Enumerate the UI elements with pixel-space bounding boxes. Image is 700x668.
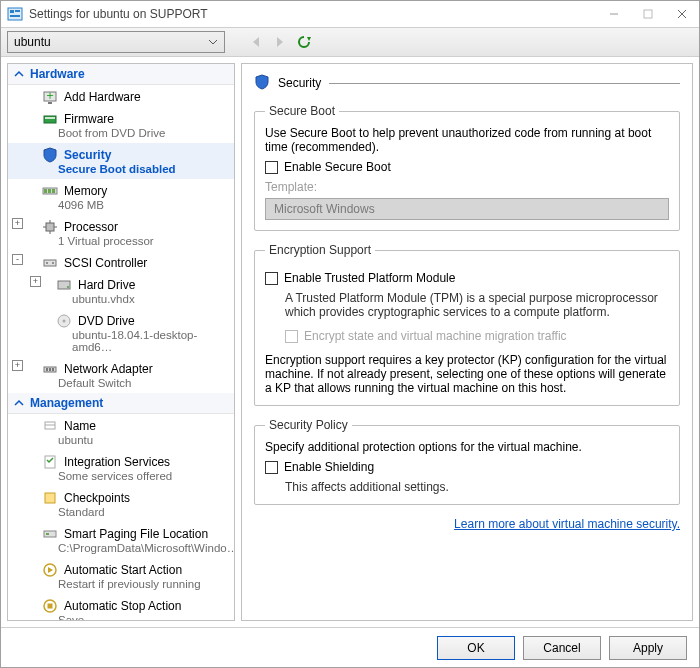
group-legend: Encryption Support — [265, 243, 375, 257]
close-button[interactable] — [665, 1, 699, 27]
tree-add-hardware[interactable]: ＋ Add Hardware — [8, 85, 234, 107]
tree-item-label: Security — [64, 148, 111, 162]
tree-name[interactable]: Name ubuntu — [8, 414, 234, 450]
app-icon — [7, 6, 23, 22]
svg-rect-19 — [52, 189, 55, 193]
tree-item-label: Hard Drive — [78, 278, 135, 292]
tree-network-adapter[interactable]: + Network Adapter Default Switch — [8, 357, 234, 393]
section-hardware[interactable]: Hardware — [8, 64, 234, 85]
shield-icon — [42, 147, 58, 163]
tree-dvd-drive[interactable]: DVD Drive ubuntu-18.04.1-desktop-amd6… — [8, 309, 234, 357]
tree-scsi-controller[interactable]: - SCSI Controller — [8, 251, 234, 273]
tpm-desc: A Trusted Platform Module (TPM) is a spe… — [285, 291, 669, 319]
section-label: Hardware — [30, 67, 85, 81]
memory-icon — [42, 183, 58, 199]
tree-processor[interactable]: + Processor 1 Virtual processor — [8, 215, 234, 251]
settings-tree: Hardware ＋ Add Hardware Firmware Boot fr… — [7, 63, 235, 621]
checkbox-label: Encrypt state and virtual machine migrat… — [304, 329, 567, 343]
minimize-button[interactable] — [597, 1, 631, 27]
apply-button[interactable]: Apply — [609, 636, 687, 660]
tree-integration-services[interactable]: Integration Services Some services offer… — [8, 450, 234, 486]
checkbox-label: Enable Shielding — [284, 460, 374, 474]
tree-item-sub: ubuntu.vhdx — [42, 293, 230, 307]
tree-auto-stop[interactable]: Automatic Stop Action Save — [8, 594, 234, 621]
expand-icon[interactable]: + — [12, 360, 23, 371]
expand-icon[interactable]: + — [30, 276, 41, 287]
network-icon — [42, 361, 58, 377]
template-label: Template: — [265, 180, 669, 194]
svg-text:＋: ＋ — [44, 89, 56, 102]
tree-auto-start[interactable]: Automatic Start Action Restart if previo… — [8, 558, 234, 594]
tree-memory[interactable]: Memory 4096 MB — [8, 179, 234, 215]
section-management[interactable]: Management — [8, 393, 234, 414]
cancel-button[interactable]: Cancel — [523, 636, 601, 660]
tree-item-label: Checkpoints — [64, 491, 130, 505]
expand-icon[interactable]: + — [12, 218, 23, 229]
svg-rect-15 — [45, 117, 55, 119]
tree-security[interactable]: Security Secure Boot disabled — [8, 143, 234, 179]
tree-item-sub: ubuntu — [28, 434, 230, 448]
svg-rect-39 — [45, 493, 55, 503]
content-panel: Security Secure Boot Use Secure Boot to … — [241, 63, 693, 621]
hard-drive-icon — [56, 277, 72, 293]
tree-item-label: Smart Paging File Location — [64, 527, 208, 541]
svg-rect-17 — [44, 189, 47, 193]
toolbar: ubuntu — [1, 27, 699, 57]
nav-forward-button[interactable] — [271, 33, 289, 51]
ok-button[interactable]: OK — [437, 636, 515, 660]
button-label: OK — [467, 641, 484, 655]
tree-item-label: Integration Services — [64, 455, 170, 469]
maximize-button[interactable] — [631, 1, 665, 27]
svg-point-29 — [67, 286, 69, 288]
svg-rect-34 — [49, 368, 51, 371]
group-legend: Security Policy — [265, 418, 352, 432]
tree-item-label: Memory — [64, 184, 107, 198]
policy-desc: Specify additional protection options fo… — [265, 440, 669, 454]
tree-item-label: Firmware — [64, 112, 114, 126]
firmware-icon — [42, 111, 58, 127]
collapse-icon[interactable]: - — [12, 254, 23, 265]
svg-rect-18 — [48, 189, 51, 193]
tree-item-sub: 1 Virtual processor — [28, 235, 230, 249]
enable-shielding-checkbox[interactable] — [265, 461, 278, 474]
tree-item-sub: Save — [28, 614, 230, 621]
content-heading: Security — [254, 74, 680, 92]
refresh-button[interactable] — [295, 33, 313, 51]
tree-item-sub: Boot from DVD Drive — [28, 127, 230, 141]
svg-point-31 — [63, 320, 66, 323]
svg-rect-3 — [10, 15, 20, 17]
content-heading-text: Security — [278, 76, 321, 90]
svg-rect-41 — [46, 533, 49, 535]
tree-firmware[interactable]: Firmware Boot from DVD Drive — [8, 107, 234, 143]
svg-marker-9 — [277, 37, 283, 47]
tree-smart-paging[interactable]: Smart Paging File Location C:\ProgramDat… — [8, 522, 234, 558]
divider — [329, 83, 680, 84]
tree-item-label: Network Adapter — [64, 362, 153, 376]
checkbox-label: Enable Trusted Platform Module — [284, 271, 455, 285]
svg-marker-8 — [253, 37, 259, 47]
tree-item-label: Add Hardware — [64, 90, 141, 104]
svg-rect-35 — [52, 368, 54, 371]
nav-back-button[interactable] — [247, 33, 265, 51]
tree-item-label: Name — [64, 419, 96, 433]
tree-checkpoints[interactable]: Checkpoints Standard — [8, 486, 234, 522]
group-security-policy: Security Policy Specify additional prote… — [254, 418, 680, 505]
kp-desc: Encryption support requires a key protec… — [265, 353, 669, 395]
controller-icon — [42, 255, 58, 271]
group-secure-boot: Secure Boot Use Secure Boot to help prev… — [254, 104, 680, 231]
tree-hard-drive[interactable]: + Hard Drive ubuntu.vhdx — [8, 273, 234, 309]
svg-rect-40 — [44, 531, 56, 537]
svg-marker-10 — [307, 37, 311, 41]
svg-rect-1 — [10, 10, 14, 13]
learn-more-link[interactable]: Learn more about virtual machine securit… — [254, 517, 680, 531]
start-action-icon — [42, 562, 58, 578]
enable-tpm-checkbox[interactable] — [265, 272, 278, 285]
checkbox-label: Enable Secure Boot — [284, 160, 391, 174]
vm-selector[interactable]: ubuntu — [7, 31, 225, 53]
enable-secure-boot-checkbox[interactable] — [265, 161, 278, 174]
collapse-up-icon — [14, 69, 24, 79]
button-label: Apply — [633, 641, 663, 655]
titlebar: Settings for ubuntu on SUPPORT — [1, 1, 699, 27]
disc-icon — [56, 313, 72, 329]
svg-rect-20 — [46, 223, 54, 231]
